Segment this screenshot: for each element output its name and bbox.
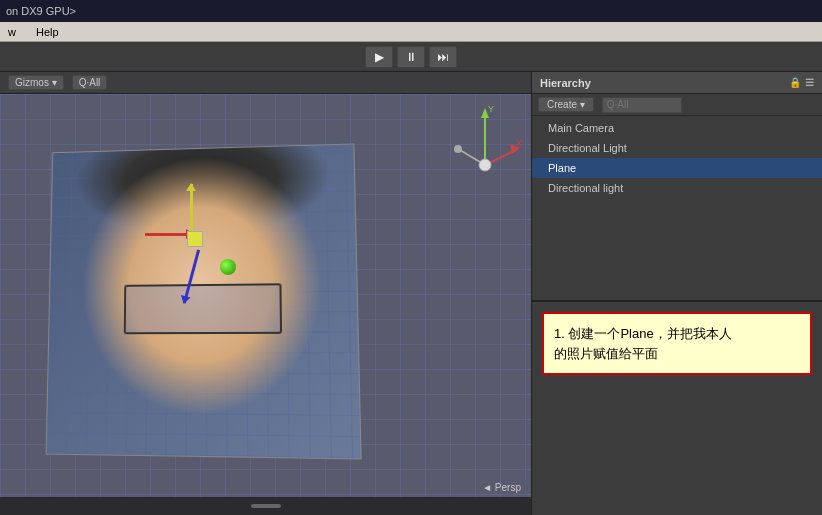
persp-label: ◄ Persp: [482, 482, 521, 493]
main-area: Gizmos ▾ Q·All Y: [0, 72, 822, 515]
y-axis-arrow: [190, 184, 193, 234]
hierarchy-search[interactable]: [602, 97, 682, 113]
title-text: on DX9 GPU>: [6, 5, 76, 17]
svg-point-7: [454, 145, 462, 153]
annotation-text: 1. 创建一个Plane，并把我本人的照片赋值给平面: [554, 326, 732, 361]
viewport-bottom-bar: [0, 497, 531, 515]
hierarchy-icons: 🔒 ☰: [789, 77, 814, 88]
viewport-toolbar: Gizmos ▾ Q·All: [0, 72, 531, 94]
svg-text:Y: Y: [488, 104, 494, 114]
hierarchy-lock-icon[interactable]: 🔒: [789, 77, 801, 88]
hierarchy-item-directional-light-2[interactable]: Directional light: [532, 178, 822, 198]
scene-viewport: Gizmos ▾ Q·All Y: [0, 72, 532, 515]
gizmos-button[interactable]: Gizmos ▾: [8, 75, 64, 90]
hierarchy-header: Hierarchy 🔒 ☰: [532, 72, 822, 94]
menu-item-w[interactable]: w: [4, 26, 20, 38]
menu-item-help[interactable]: Help: [32, 26, 63, 38]
pause-button[interactable]: ⏸: [397, 46, 425, 68]
play-button[interactable]: ▶: [365, 46, 393, 68]
right-panel: Hierarchy 🔒 ☰ Create ▾ Main Camera Direc…: [532, 72, 822, 515]
svg-text:X: X: [516, 138, 522, 148]
photo-plane: [46, 143, 362, 459]
step-button[interactable]: ⏭: [429, 46, 457, 68]
hierarchy-panel: Hierarchy 🔒 ☰ Create ▾ Main Camera Direc…: [532, 72, 822, 302]
hierarchy-item-plane[interactable]: Plane: [532, 158, 822, 178]
create-button[interactable]: Create ▾: [538, 97, 594, 112]
title-bar: on DX9 GPU>: [0, 0, 822, 22]
viewport-resize-handle[interactable]: [251, 504, 281, 508]
gizmo-center-cube: [187, 231, 203, 247]
hierarchy-toolbar: Create ▾: [532, 94, 822, 116]
hierarchy-menu-icon[interactable]: ☰: [805, 77, 814, 88]
toolbar: ▶ ⏸ ⏭: [0, 42, 822, 72]
svg-point-8: [479, 159, 491, 171]
face-image: [47, 144, 361, 458]
x-axis-arrow: [145, 233, 193, 236]
annotation-box: 1. 创建一个Plane，并把我本人的照片赋值给平面: [542, 312, 812, 375]
hierarchy-item-directional-light[interactable]: Directional Light: [532, 138, 822, 158]
all-button[interactable]: Q·All: [72, 75, 108, 90]
orientation-gizmo: Y X: [448, 100, 523, 185]
hierarchy-item-main-camera[interactable]: Main Camera: [532, 118, 822, 138]
hierarchy-title: Hierarchy: [540, 77, 781, 89]
hierarchy-list: Main Camera Directional Light Plane Dire…: [532, 116, 822, 300]
menu-bar: w Help: [0, 22, 822, 42]
gizmo-green-ball: [220, 259, 236, 275]
